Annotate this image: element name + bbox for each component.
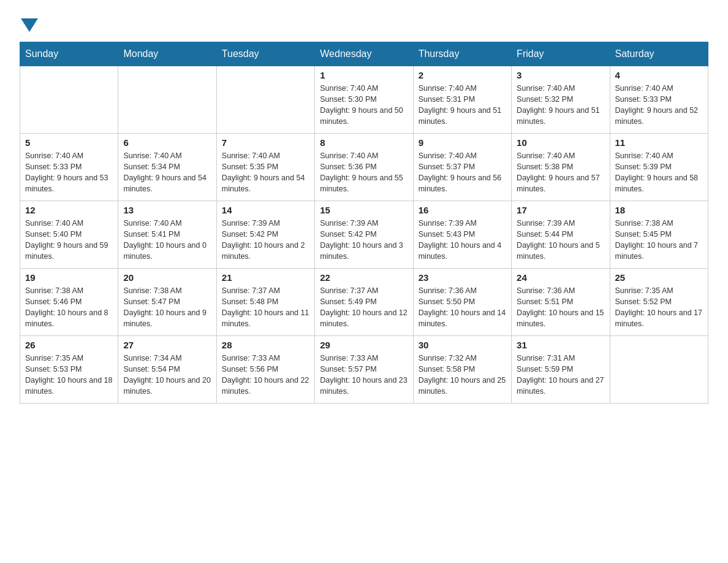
calendar-day-19: 19Sunrise: 7:38 AMSunset: 5:46 PMDayligh… bbox=[20, 269, 118, 336]
day-number: 18 bbox=[615, 205, 703, 215]
calendar-day-28: 28Sunrise: 7:33 AMSunset: 5:56 PMDayligh… bbox=[216, 336, 314, 404]
calendar-day-22: 22Sunrise: 7:37 AMSunset: 5:49 PMDayligh… bbox=[315, 269, 413, 336]
day-number: 23 bbox=[419, 272, 506, 283]
day-info: Sunrise: 7:33 AMSunset: 5:57 PMDaylight:… bbox=[320, 353, 408, 397]
calendar-empty-cell bbox=[610, 336, 708, 404]
calendar-day-16: 16Sunrise: 7:39 AMSunset: 5:43 PMDayligh… bbox=[413, 201, 511, 269]
calendar-day-3: 3Sunrise: 7:40 AMSunset: 5:32 PMDaylight… bbox=[512, 66, 610, 134]
day-number: 4 bbox=[615, 70, 703, 80]
calendar-header-sunday: Sunday bbox=[20, 42, 118, 66]
day-info: Sunrise: 7:35 AMSunset: 5:52 PMDaylight:… bbox=[615, 285, 703, 330]
calendar-day-29: 29Sunrise: 7:33 AMSunset: 5:57 PMDayligh… bbox=[315, 336, 413, 404]
day-number: 19 bbox=[25, 272, 113, 283]
day-info: Sunrise: 7:38 AMSunset: 5:46 PMDaylight:… bbox=[25, 285, 113, 330]
day-number: 28 bbox=[222, 340, 309, 350]
calendar-day-31: 31Sunrise: 7:31 AMSunset: 5:59 PMDayligh… bbox=[512, 336, 610, 404]
day-info: Sunrise: 7:40 AMSunset: 5:30 PMDaylight:… bbox=[320, 83, 408, 128]
calendar-day-27: 27Sunrise: 7:34 AMSunset: 5:54 PMDayligh… bbox=[118, 336, 216, 404]
day-number: 21 bbox=[222, 272, 309, 283]
day-number: 31 bbox=[517, 340, 604, 350]
day-info: Sunrise: 7:40 AMSunset: 5:39 PMDaylight:… bbox=[615, 150, 703, 195]
day-info: Sunrise: 7:40 AMSunset: 5:32 PMDaylight:… bbox=[517, 83, 604, 128]
calendar-week-row: 12Sunrise: 7:40 AMSunset: 5:40 PMDayligh… bbox=[20, 201, 708, 269]
day-info: Sunrise: 7:40 AMSunset: 5:38 PMDaylight:… bbox=[517, 150, 604, 195]
page-header bbox=[20, 15, 708, 32]
calendar-week-row: 1Sunrise: 7:40 AMSunset: 5:30 PMDaylight… bbox=[20, 66, 708, 134]
calendar-day-26: 26Sunrise: 7:35 AMSunset: 5:53 PMDayligh… bbox=[20, 336, 118, 404]
day-info: Sunrise: 7:34 AMSunset: 5:54 PMDaylight:… bbox=[123, 353, 211, 397]
day-info: Sunrise: 7:40 AMSunset: 5:41 PMDaylight:… bbox=[123, 218, 211, 262]
calendar-table: SundayMondayTuesdayWednesdayThursdayFrid… bbox=[20, 42, 708, 404]
day-number: 5 bbox=[25, 137, 113, 148]
day-number: 25 bbox=[615, 272, 703, 283]
calendar-header-friday: Friday bbox=[512, 42, 610, 66]
day-number: 6 bbox=[123, 137, 211, 148]
calendar-day-30: 30Sunrise: 7:32 AMSunset: 5:58 PMDayligh… bbox=[413, 336, 511, 404]
calendar-day-4: 4Sunrise: 7:40 AMSunset: 5:33 PMDaylight… bbox=[610, 66, 708, 134]
calendar-day-6: 6Sunrise: 7:40 AMSunset: 5:34 PMDaylight… bbox=[118, 134, 216, 201]
calendar-header-tuesday: Tuesday bbox=[216, 42, 314, 66]
calendar-week-row: 19Sunrise: 7:38 AMSunset: 5:46 PMDayligh… bbox=[20, 269, 708, 336]
calendar-day-20: 20Sunrise: 7:38 AMSunset: 5:47 PMDayligh… bbox=[118, 269, 216, 336]
calendar-day-5: 5Sunrise: 7:40 AMSunset: 5:33 PMDaylight… bbox=[20, 134, 118, 201]
calendar-day-14: 14Sunrise: 7:39 AMSunset: 5:42 PMDayligh… bbox=[216, 201, 314, 269]
calendar-header-saturday: Saturday bbox=[610, 42, 708, 66]
calendar-day-18: 18Sunrise: 7:38 AMSunset: 5:45 PMDayligh… bbox=[610, 201, 708, 269]
day-number: 17 bbox=[517, 205, 604, 215]
day-info: Sunrise: 7:40 AMSunset: 5:33 PMDaylight:… bbox=[615, 83, 703, 128]
day-number: 12 bbox=[25, 205, 113, 215]
day-info: Sunrise: 7:40 AMSunset: 5:36 PMDaylight:… bbox=[320, 150, 408, 195]
day-number: 15 bbox=[320, 205, 408, 215]
calendar-day-15: 15Sunrise: 7:39 AMSunset: 5:42 PMDayligh… bbox=[315, 201, 413, 269]
calendar-day-23: 23Sunrise: 7:36 AMSunset: 5:50 PMDayligh… bbox=[413, 269, 511, 336]
calendar-day-13: 13Sunrise: 7:40 AMSunset: 5:41 PMDayligh… bbox=[118, 201, 216, 269]
calendar-day-2: 2Sunrise: 7:40 AMSunset: 5:31 PMDaylight… bbox=[413, 66, 511, 134]
day-number: 29 bbox=[320, 340, 408, 350]
day-info: Sunrise: 7:40 AMSunset: 5:33 PMDaylight:… bbox=[25, 150, 113, 195]
day-number: 24 bbox=[517, 272, 604, 283]
day-info: Sunrise: 7:31 AMSunset: 5:59 PMDaylight:… bbox=[517, 353, 604, 397]
day-number: 27 bbox=[123, 340, 211, 350]
calendar-day-1: 1Sunrise: 7:40 AMSunset: 5:30 PMDaylight… bbox=[315, 66, 413, 134]
calendar-day-24: 24Sunrise: 7:36 AMSunset: 5:51 PMDayligh… bbox=[512, 269, 610, 336]
calendar-day-21: 21Sunrise: 7:37 AMSunset: 5:48 PMDayligh… bbox=[216, 269, 314, 336]
day-info: Sunrise: 7:36 AMSunset: 5:51 PMDaylight:… bbox=[517, 285, 604, 330]
day-info: Sunrise: 7:38 AMSunset: 5:45 PMDaylight:… bbox=[615, 218, 703, 262]
calendar-day-11: 11Sunrise: 7:40 AMSunset: 5:39 PMDayligh… bbox=[610, 134, 708, 201]
calendar-day-8: 8Sunrise: 7:40 AMSunset: 5:36 PMDaylight… bbox=[315, 134, 413, 201]
day-number: 22 bbox=[320, 272, 408, 283]
calendar-header-wednesday: Wednesday bbox=[315, 42, 413, 66]
day-number: 20 bbox=[123, 272, 211, 283]
calendar-header-thursday: Thursday bbox=[413, 42, 511, 66]
calendar-day-9: 9Sunrise: 7:40 AMSunset: 5:37 PMDaylight… bbox=[413, 134, 511, 201]
calendar-day-17: 17Sunrise: 7:39 AMSunset: 5:44 PMDayligh… bbox=[512, 201, 610, 269]
day-number: 3 bbox=[517, 70, 604, 80]
day-number: 1 bbox=[320, 70, 408, 80]
calendar-day-12: 12Sunrise: 7:40 AMSunset: 5:40 PMDayligh… bbox=[20, 201, 118, 269]
day-info: Sunrise: 7:38 AMSunset: 5:47 PMDaylight:… bbox=[123, 285, 211, 330]
day-info: Sunrise: 7:35 AMSunset: 5:53 PMDaylight:… bbox=[25, 353, 113, 397]
day-number: 26 bbox=[25, 340, 113, 350]
day-number: 10 bbox=[517, 137, 604, 148]
calendar-header-row: SundayMondayTuesdayWednesdayThursdayFrid… bbox=[20, 42, 708, 66]
day-number: 16 bbox=[419, 205, 506, 215]
day-info: Sunrise: 7:37 AMSunset: 5:49 PMDaylight:… bbox=[320, 285, 408, 330]
day-info: Sunrise: 7:40 AMSunset: 5:34 PMDaylight:… bbox=[123, 150, 211, 195]
day-info: Sunrise: 7:32 AMSunset: 5:58 PMDaylight:… bbox=[419, 353, 506, 397]
day-info: Sunrise: 7:39 AMSunset: 5:43 PMDaylight:… bbox=[419, 218, 506, 262]
day-info: Sunrise: 7:39 AMSunset: 5:44 PMDaylight:… bbox=[517, 218, 604, 262]
day-info: Sunrise: 7:40 AMSunset: 5:35 PMDaylight:… bbox=[222, 150, 309, 195]
calendar-empty-cell bbox=[20, 66, 118, 134]
day-number: 11 bbox=[615, 137, 703, 148]
day-info: Sunrise: 7:40 AMSunset: 5:40 PMDaylight:… bbox=[25, 218, 113, 262]
day-info: Sunrise: 7:39 AMSunset: 5:42 PMDaylight:… bbox=[320, 218, 408, 262]
day-number: 8 bbox=[320, 137, 408, 148]
calendar-header-monday: Monday bbox=[118, 42, 216, 66]
day-info: Sunrise: 7:40 AMSunset: 5:37 PMDaylight:… bbox=[419, 150, 506, 195]
logo-triangle-icon bbox=[21, 18, 38, 32]
calendar-empty-cell bbox=[118, 66, 216, 134]
calendar-day-25: 25Sunrise: 7:35 AMSunset: 5:52 PMDayligh… bbox=[610, 269, 708, 336]
day-info: Sunrise: 7:36 AMSunset: 5:50 PMDaylight:… bbox=[419, 285, 506, 330]
day-info: Sunrise: 7:40 AMSunset: 5:31 PMDaylight:… bbox=[419, 83, 506, 128]
calendar-week-row: 26Sunrise: 7:35 AMSunset: 5:53 PMDayligh… bbox=[20, 336, 708, 404]
